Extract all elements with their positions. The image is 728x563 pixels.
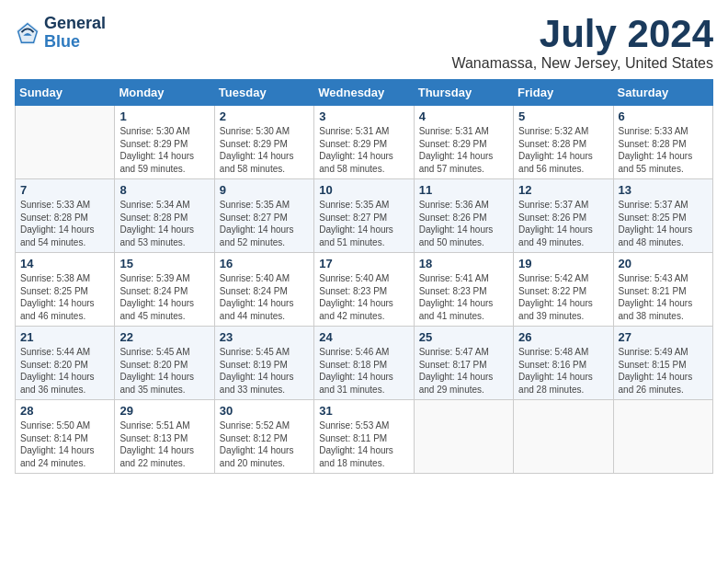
day-info: Sunrise: 5:51 AM Sunset: 8:13 PM Dayligh…: [119, 419, 209, 469]
logo-general: General: [44, 15, 106, 33]
logo-icon: [15, 20, 40, 46]
day-cell: 21Sunrise: 5:44 AM Sunset: 8:20 PM Dayli…: [16, 327, 115, 400]
day-cell: [16, 106, 115, 179]
day-info: Sunrise: 5:40 AM Sunset: 8:23 PM Dayligh…: [319, 272, 408, 322]
logo-blue: Blue: [44, 33, 106, 52]
day-cell: 30Sunrise: 5:52 AM Sunset: 8:12 PM Dayli…: [214, 400, 313, 474]
day-cell: 4Sunrise: 5:31 AM Sunset: 8:29 PM Daylig…: [414, 106, 513, 179]
day-cell: 23Sunrise: 5:45 AM Sunset: 8:19 PM Dayli…: [214, 327, 313, 400]
day-number: 24: [319, 330, 408, 344]
day-cell: 12Sunrise: 5:37 AM Sunset: 8:26 PM Dayli…: [514, 179, 613, 253]
day-info: Sunrise: 5:45 AM Sunset: 8:20 PM Dayligh…: [119, 346, 209, 396]
day-info: Sunrise: 5:48 AM Sunset: 8:16 PM Dayligh…: [518, 346, 608, 396]
day-info: Sunrise: 5:45 AM Sunset: 8:19 PM Dayligh…: [220, 346, 309, 396]
col-friday: Friday: [514, 80, 613, 106]
day-info: Sunrise: 5:37 AM Sunset: 8:26 PM Dayligh…: [518, 199, 608, 248]
day-number: 14: [20, 257, 109, 270]
day-number: 26: [518, 330, 608, 344]
day-info: Sunrise: 5:41 AM Sunset: 8:23 PM Dayligh…: [419, 272, 508, 322]
day-number: 18: [419, 257, 508, 270]
day-info: Sunrise: 5:31 AM Sunset: 8:29 PM Dayligh…: [319, 125, 408, 175]
day-info: Sunrise: 5:35 AM Sunset: 8:27 PM Dayligh…: [319, 199, 408, 248]
day-cell: 11Sunrise: 5:36 AM Sunset: 8:26 PM Dayli…: [414, 179, 513, 253]
day-info: Sunrise: 5:38 AM Sunset: 8:25 PM Dayligh…: [20, 272, 109, 322]
day-cell: 29Sunrise: 5:51 AM Sunset: 8:13 PM Dayli…: [115, 400, 214, 474]
day-info: Sunrise: 5:32 AM Sunset: 8:28 PM Dayligh…: [518, 125, 608, 175]
day-cell: 13Sunrise: 5:37 AM Sunset: 8:25 PM Dayli…: [613, 179, 712, 253]
day-cell: 31Sunrise: 5:53 AM Sunset: 8:11 PM Dayli…: [314, 400, 414, 474]
day-info: Sunrise: 5:53 AM Sunset: 8:11 PM Dayligh…: [319, 419, 408, 469]
day-info: Sunrise: 5:46 AM Sunset: 8:18 PM Dayligh…: [319, 346, 408, 396]
day-cell: 22Sunrise: 5:45 AM Sunset: 8:20 PM Dayli…: [115, 327, 214, 400]
day-cell: 14Sunrise: 5:38 AM Sunset: 8:25 PM Dayli…: [16, 253, 115, 327]
day-info: Sunrise: 5:35 AM Sunset: 8:27 PM Dayligh…: [220, 199, 309, 248]
day-cell: [613, 400, 712, 474]
day-info: Sunrise: 5:40 AM Sunset: 8:24 PM Dayligh…: [220, 272, 309, 322]
day-info: Sunrise: 5:37 AM Sunset: 8:25 PM Dayligh…: [619, 199, 708, 248]
day-number: 3: [319, 109, 408, 123]
day-info: Sunrise: 5:43 AM Sunset: 8:21 PM Dayligh…: [619, 272, 708, 322]
day-cell: [414, 400, 513, 474]
day-cell: 3Sunrise: 5:31 AM Sunset: 8:29 PM Daylig…: [314, 106, 414, 179]
week-row-4: 21Sunrise: 5:44 AM Sunset: 8:20 PM Dayli…: [16, 327, 713, 400]
day-number: 22: [119, 330, 209, 344]
day-number: 31: [319, 404, 408, 418]
day-info: Sunrise: 5:33 AM Sunset: 8:28 PM Dayligh…: [619, 125, 708, 175]
day-number: 25: [419, 330, 508, 344]
day-cell: 28Sunrise: 5:50 AM Sunset: 8:14 PM Dayli…: [16, 400, 115, 474]
day-info: Sunrise: 5:50 AM Sunset: 8:14 PM Dayligh…: [20, 419, 109, 469]
day-number: 7: [20, 183, 109, 197]
day-number: 11: [419, 183, 508, 197]
week-row-3: 14Sunrise: 5:38 AM Sunset: 8:25 PM Dayli…: [16, 253, 713, 327]
month-title: July 2024: [451, 15, 713, 53]
day-info: Sunrise: 5:42 AM Sunset: 8:22 PM Dayligh…: [518, 272, 608, 322]
day-cell: 18Sunrise: 5:41 AM Sunset: 8:23 PM Dayli…: [414, 253, 513, 327]
day-info: Sunrise: 5:31 AM Sunset: 8:29 PM Dayligh…: [419, 125, 508, 175]
day-info: Sunrise: 5:47 AM Sunset: 8:17 PM Dayligh…: [419, 346, 508, 396]
day-cell: 5Sunrise: 5:32 AM Sunset: 8:28 PM Daylig…: [514, 106, 613, 179]
col-thursday: Thursday: [414, 80, 513, 106]
day-number: 27: [619, 330, 708, 344]
col-tuesday: Tuesday: [214, 80, 313, 106]
logo: General Blue: [15, 15, 106, 52]
day-number: 15: [119, 257, 209, 270]
location: Wanamassa, New Jersey, United States: [451, 55, 713, 72]
col-monday: Monday: [115, 80, 214, 106]
day-number: 16: [220, 257, 309, 270]
day-number: 21: [20, 330, 109, 344]
day-number: 4: [419, 109, 508, 123]
col-wednesday: Wednesday: [314, 80, 414, 106]
day-cell: 16Sunrise: 5:40 AM Sunset: 8:24 PM Dayli…: [214, 253, 313, 327]
day-number: 20: [619, 257, 708, 270]
day-number: 23: [220, 330, 309, 344]
day-number: 6: [619, 109, 708, 123]
day-info: Sunrise: 5:30 AM Sunset: 8:29 PM Dayligh…: [119, 125, 209, 175]
day-cell: 9Sunrise: 5:35 AM Sunset: 8:27 PM Daylig…: [214, 179, 313, 253]
day-info: Sunrise: 5:52 AM Sunset: 8:12 PM Dayligh…: [220, 419, 309, 469]
week-row-2: 7Sunrise: 5:33 AM Sunset: 8:28 PM Daylig…: [16, 179, 713, 253]
day-cell: [514, 400, 613, 474]
day-number: 17: [319, 257, 408, 270]
day-number: 29: [119, 404, 209, 418]
day-cell: 24Sunrise: 5:46 AM Sunset: 8:18 PM Dayli…: [314, 327, 414, 400]
calendar-table: Sunday Monday Tuesday Wednesday Thursday…: [15, 79, 713, 474]
day-cell: 17Sunrise: 5:40 AM Sunset: 8:23 PM Dayli…: [314, 253, 414, 327]
page-header: General Blue July 2024 Wanamassa, New Je…: [15, 15, 713, 72]
day-number: 8: [119, 183, 209, 197]
day-number: 13: [619, 183, 708, 197]
week-row-5: 28Sunrise: 5:50 AM Sunset: 8:14 PM Dayli…: [16, 400, 713, 474]
day-cell: 6Sunrise: 5:33 AM Sunset: 8:28 PM Daylig…: [613, 106, 712, 179]
title-block: July 2024 Wanamassa, New Jersey, United …: [451, 15, 713, 72]
day-number: 28: [20, 404, 109, 418]
day-info: Sunrise: 5:30 AM Sunset: 8:29 PM Dayligh…: [220, 125, 309, 175]
day-cell: 1Sunrise: 5:30 AM Sunset: 8:29 PM Daylig…: [115, 106, 214, 179]
day-cell: 20Sunrise: 5:43 AM Sunset: 8:21 PM Dayli…: [613, 253, 712, 327]
day-number: 30: [220, 404, 309, 418]
day-info: Sunrise: 5:44 AM Sunset: 8:20 PM Dayligh…: [20, 346, 109, 396]
col-saturday: Saturday: [613, 80, 712, 106]
day-number: 12: [518, 183, 608, 197]
day-info: Sunrise: 5:36 AM Sunset: 8:26 PM Dayligh…: [419, 199, 508, 248]
day-number: 2: [220, 109, 309, 123]
day-info: Sunrise: 5:49 AM Sunset: 8:15 PM Dayligh…: [619, 346, 708, 396]
header-row: Sunday Monday Tuesday Wednesday Thursday…: [16, 80, 713, 106]
